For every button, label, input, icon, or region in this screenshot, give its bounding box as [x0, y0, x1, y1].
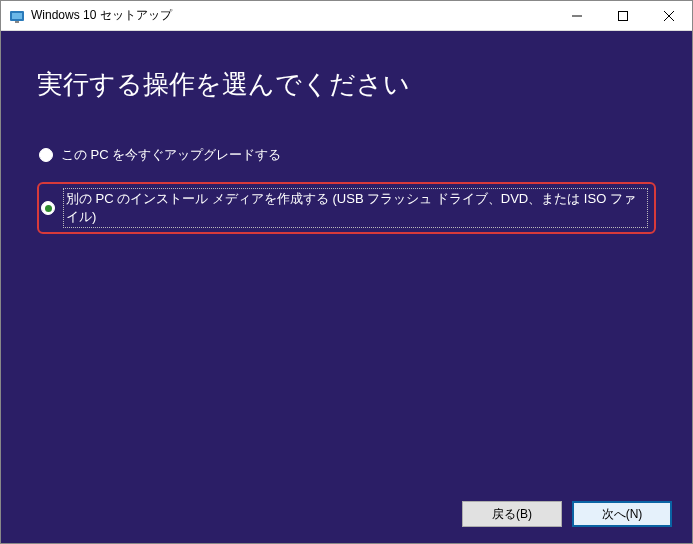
close-button[interactable] — [646, 1, 692, 30]
radio-icon — [41, 201, 55, 215]
svg-rect-2 — [15, 21, 19, 23]
radio-label-media: 別の PC のインストール メディアを作成する (USB フラッシュ ドライブ、… — [63, 188, 648, 228]
minimize-button[interactable] — [554, 1, 600, 30]
titlebar: Windows 10 セットアップ — [1, 1, 692, 31]
page-heading: 実行する操作を選んでください — [37, 67, 656, 102]
window-title: Windows 10 セットアップ — [31, 7, 554, 24]
setup-window: Windows 10 セットアップ 実行する操作を選んでください この PC を… — [0, 0, 693, 544]
app-icon — [9, 8, 25, 24]
footer: 戻る(B) 次へ(N) — [1, 485, 692, 543]
radio-label-upgrade: この PC を今すぐアップグレードする — [61, 146, 281, 164]
maximize-button[interactable] — [600, 1, 646, 30]
window-controls — [554, 1, 692, 30]
action-radio-group: この PC を今すぐアップグレードする 別の PC のインストール メディアを作… — [37, 142, 656, 234]
svg-rect-4 — [619, 11, 628, 20]
svg-rect-1 — [12, 13, 22, 19]
back-button[interactable]: 戻る(B) — [462, 501, 562, 527]
radio-option-upgrade[interactable]: この PC を今すぐアップグレードする — [37, 142, 656, 168]
radio-icon — [39, 148, 53, 162]
next-button[interactable]: 次へ(N) — [572, 501, 672, 527]
radio-option-media[interactable]: 別の PC のインストール メディアを作成する (USB フラッシュ ドライブ、… — [37, 182, 656, 234]
content-area: 実行する操作を選んでください この PC を今すぐアップグレードする 別の PC… — [1, 31, 692, 485]
